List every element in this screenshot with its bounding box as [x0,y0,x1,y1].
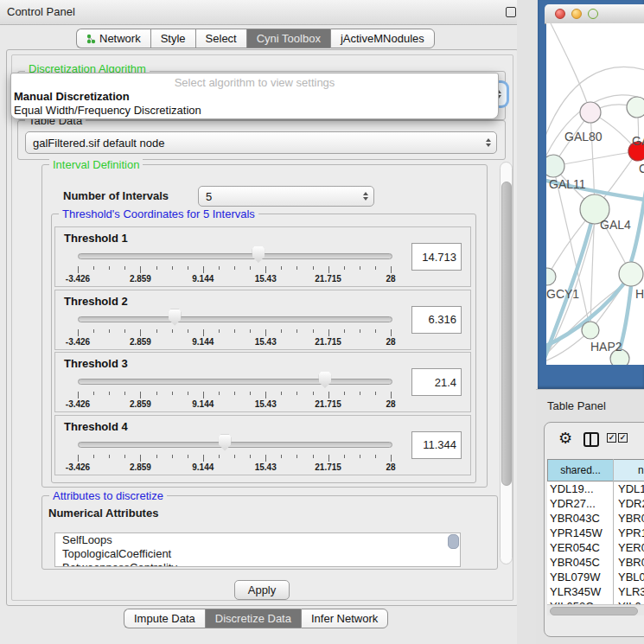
table-row[interactable]: YPR145WYPR1 [547,526,644,540]
network-node[interactable] [627,97,644,118]
slider-tick [313,266,314,270]
network-node[interactable] [580,102,601,123]
slider-tick-label: 2.859 [130,462,151,472]
network-edge[interactable] [551,23,590,112]
threshold-value-box[interactable]: 14.713 [411,243,462,271]
column-header-shared-name[interactable]: shared... [547,459,614,481]
slider-tick [124,455,125,458]
apply-button[interactable]: Apply [234,580,290,600]
slider-tick-label: 15.43 [255,337,277,347]
table-cell: YBL0 [618,571,644,583]
slider-tick [140,455,141,462]
checkbox-icon[interactable]: ✓ [618,433,628,443]
slider-tick [78,455,79,462]
zoom-traffic-light[interactable] [588,9,598,19]
slider-tick-label: 2.859 [130,337,151,347]
h-scrollbar-thumb[interactable] [550,607,638,615]
table-row[interactable]: YLR345WYLR3 [547,584,644,599]
slider[interactable] [78,309,391,327]
network-canvas[interactable]: GAL80GACGAL11GAL4GCY1HHAP2 [546,23,644,365]
tab-select[interactable]: Select [195,29,246,48]
table-panel-box: ⚙ ✓ ✓ shared... n YDL19...YDL1YDR27...YD… [544,422,644,637]
table-row[interactable]: YBR043CYBR0 [547,511,644,526]
slider-tick-label: 2.859 [130,399,151,409]
attribute-item[interactable]: BetweennessCentrality [55,561,460,567]
network-node-label: GAL4 [600,218,631,232]
tab-discretize-data[interactable]: Discretize Data [205,609,301,628]
slider-tick [391,392,392,399]
slider[interactable] [78,435,391,452]
tab-cyni-toolbox[interactable]: Cyni Toolbox [246,29,330,48]
slider-track[interactable] [78,253,392,259]
network-node[interactable] [619,262,643,286]
slider-tick [78,266,79,273]
slider-thumb[interactable] [318,372,331,388]
slider-track[interactable] [78,442,392,448]
slider-track[interactable] [78,379,392,385]
slider[interactable] [78,372,391,389]
main-scrollbar[interactable] [500,162,513,564]
table-cell: YLR345W [550,585,612,598]
slider-tick [360,392,360,395]
attribute-item[interactable]: SelfLoops [55,533,460,547]
slider-thumb[interactable] [169,309,182,326]
threshold-value-box[interactable]: 11.344 [411,431,462,459]
checkbox-icon[interactable]: ✓ [607,433,616,443]
close-traffic-light[interactable] [555,9,565,19]
attribute-item[interactable]: TopologicalCoefficient [55,547,460,561]
slider-tick [281,266,282,270]
slider-tick [344,266,345,270]
slider-tick [109,455,110,458]
slider-tick-labels: -3.4262.8599.14415.4321.71528 [78,337,391,348]
tab-jactivemnodules[interactable]: jActiveMNodules [330,29,435,48]
slider-tick-label: 9.144 [192,399,214,409]
h-scrollbar[interactable] [547,604,644,615]
slider-tick-label: 15.43 [255,462,277,472]
table-cell: YBR043C [550,512,612,525]
list-scrollbar-thumb[interactable] [448,534,459,549]
threshold-value-box[interactable]: 6.316 [411,306,462,334]
interval-group: Interval Definition Number of Intervals … [41,164,488,488]
slider-tick-labels: -3.4262.8599.14415.4321.71528 [78,462,391,473]
tab-infer-network[interactable]: Infer Network [301,609,388,628]
slider-tick [93,266,94,270]
tab-impute-data[interactable]: Impute Data [124,609,205,628]
popup-option[interactable]: Manual Discretization [14,90,130,103]
slider-thumb[interactable] [219,435,232,451]
network-node[interactable] [546,155,564,177]
table-data-combo[interactable]: galFiltered.sif default node [25,131,497,154]
minimize-traffic-light[interactable] [571,9,582,19]
gear-icon[interactable]: ⚙ [558,430,572,446]
split-view-icon[interactable] [583,432,599,447]
slider-track[interactable] [78,316,392,322]
num-intervals-combo[interactable]: 5 [198,186,374,207]
threshold-value-box[interactable]: 21.4 [411,368,462,396]
scrollbar-thumb[interactable] [501,182,512,486]
tab-network[interactable]: Network [76,29,150,48]
table-row[interactable]: YDL19...YDL1 [547,481,644,496]
slider-thumb[interactable] [252,246,265,263]
column-header-name[interactable]: n [613,459,644,481]
slider-ticks [78,266,391,274]
slider-tick-label: -3.426 [66,399,90,409]
network-node-label: C [639,162,644,175]
table-row[interactable]: YBL079WYBL0 [547,570,644,584]
slider-tick [344,329,345,333]
network-edge[interactable] [553,151,638,166]
table-row[interactable]: YBR045CYBR0 [547,555,644,570]
slider-tick [328,455,329,462]
slider-tick [109,392,110,395]
slider-tick-label: 2.859 [130,274,151,284]
network-node[interactable] [582,322,599,339]
table-row[interactable]: YDR27...YDR2 [547,496,644,511]
tab-style[interactable]: Style [150,29,195,48]
slider[interactable] [78,246,391,264]
attributes-list[interactable]: SelfLoopsTopologicalCoefficientBetweenne… [54,532,461,567]
num-intervals-label: Number of Intervals [63,189,169,202]
network-node[interactable] [546,268,556,285]
network-window-titlebar[interactable] [545,4,644,24]
table-row[interactable]: YER054CYER0 [547,540,644,555]
network-edge-thick[interactable] [631,175,644,262]
float-window-icon[interactable] [506,7,516,17]
popup-option[interactable]: Equal Width/Frequency Discretization [14,104,201,117]
